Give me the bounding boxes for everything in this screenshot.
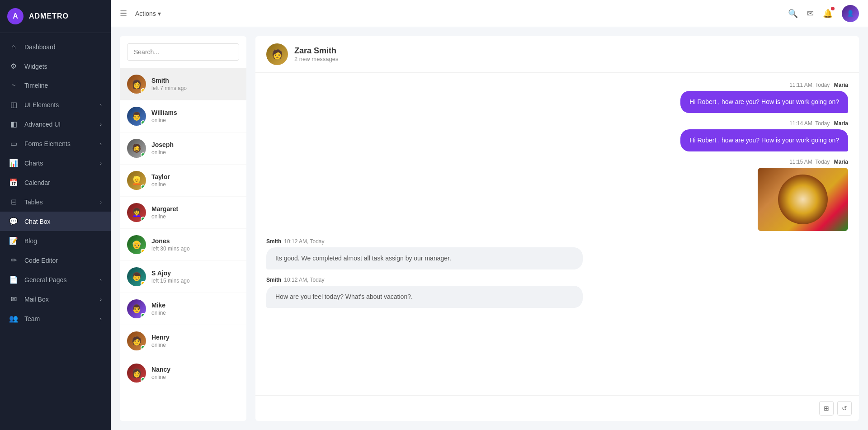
contact-item-henry[interactable]: 🧑 Henry online [120,325,246,357]
topbar-right: 🔍 ✉ 🔔 👤 [788,5,859,22]
actions-button[interactable]: Actions ▾ [135,10,161,17]
contact-name-margaret: Margaret [151,205,239,213]
msg-bubble-m5: How are you feel today? What's about vac… [266,286,583,308]
message-m1: 11:11 AM, Today Maria Hi Robert , how ar… [266,82,848,113]
nav-label-chat-box: Chat Box [24,218,51,225]
mail-icon[interactable]: ✉ [807,9,814,19]
contact-name-henry: Henry [151,334,239,341]
pizza-image [758,168,848,231]
contact-avatar-mike: 👨 [127,299,146,318]
contact-info-margaret: Margaret online [151,205,239,220]
sidebar-item-ui-elements[interactable]: ◫ UI Elements › [0,95,111,114]
contact-avatar-smith: 👩 [127,75,146,94]
contact-name-joseph: Joseph [151,141,239,148]
nav-label-code-editor: Code Editor [24,257,58,264]
nav-icon-calendar: 📅 [9,178,18,187]
notification-icon[interactable]: 🔔 [823,9,833,19]
nav-icon-chat-box: 💬 [9,217,18,226]
sidebar: A ADMETRO ⌂ Dashboard ⚙ Widgets ~ Timeli… [0,0,111,430]
sidebar-item-tables[interactable]: ⊟ Tables › [0,192,111,212]
chat-footer: ⊞ ↺ [255,395,859,421]
nav-label-tables: Tables [24,198,42,206]
refresh-icon[interactable]: ↺ [837,401,852,416]
contact-item-taylor[interactable]: 👱 Taylor online [120,165,246,197]
chevron-icon-forms-elements: › [100,141,102,146]
nav-icon-advanced-ui: ◧ [9,120,18,128]
user-avatar[interactable]: 👤 [842,5,859,22]
sidebar-item-blog[interactable]: 📝 Blog [0,231,111,250]
contact-info-nancy: Nancy online [151,366,239,380]
sidebar-logo[interactable]: A ADMETRO [0,0,111,33]
nav-icon-tables: ⊟ [9,198,18,206]
sidebar-item-calendar[interactable]: 📅 Calendar [0,173,111,192]
status-dot-mike [141,313,146,318]
sidebar-item-code-editor[interactable]: ✏ Code Editor [0,250,111,270]
nav-label-team: Team [24,315,40,322]
nav-icon-team: 👥 [9,314,18,323]
contact-avatar-s-ajoy: 👦 [127,267,146,286]
chat-contact-name: Zara Smith [294,46,339,56]
sidebar-item-widgets[interactable]: ⚙ Widgets [0,57,111,76]
nav-icon-timeline: ~ [9,81,18,90]
status-dot-margaret [141,217,146,222]
sidebar-item-general-pages[interactable]: 📄 General Pages › [0,270,111,289]
nav-label-widgets: Widgets [24,63,47,70]
contact-avatar-williams: 👨 [127,107,146,126]
message-m3: 11:15 AM, Today Maria [266,159,848,231]
sidebar-item-team[interactable]: 👥 Team › [0,309,111,328]
contact-info-williams: Williams online [151,109,239,123]
contact-item-joseph[interactable]: 🧔 Joseph online [120,132,246,165]
contact-item-nancy[interactable]: 👩 Nancy online [120,357,246,389]
contact-info-joseph: Joseph online [151,141,239,156]
contact-item-margaret[interactable]: 👩‍🦱 Margaret online [120,197,246,229]
contact-item-smith[interactable]: 👩 Smith left 7 mins ago [120,68,246,100]
nav-icon-mail-box: ✉ [9,295,18,303]
nav-label-calendar: Calendar [24,179,50,186]
notification-badge [831,7,835,10]
nav-label-charts: Charts [24,160,43,167]
avatar-image: 👤 [842,5,859,22]
message-m5: Smith10:12 AM, Today How are you feel to… [266,277,848,308]
main-content: ☰ Actions ▾ 🔍 ✉ 🔔 👤 [111,0,868,430]
contact-status-joseph: online [151,149,239,156]
actions-label: Actions [135,10,156,17]
sidebar-item-advanced-ui[interactable]: ◧ Advanced UI › [0,114,111,134]
contact-item-mike[interactable]: 👨 Mike online [120,293,246,325]
contact-avatar-henry: 🧑 [127,331,146,350]
contact-status-henry: online [151,342,239,348]
sidebar-item-forms-elements[interactable]: ▭ Forms Elements › [0,134,111,153]
search-input[interactable] [127,43,239,61]
grid-icon[interactable]: ⊞ [819,401,834,416]
msg-meta-m3: 11:15 AM, Today Maria [789,159,848,165]
contact-status-mike: online [151,310,239,316]
contact-item-williams[interactable]: 👨 Williams online [120,100,246,132]
contact-avatar-nancy: 👩 [127,364,146,383]
chat-header-avatar: 🧑 [266,43,288,65]
sidebar-item-charts[interactable]: 📊 Charts › [0,153,111,173]
msg-bubble-m2: Hi Robert , how are you? How is your wor… [680,129,848,151]
nav-label-forms-elements: Forms Elements [24,140,71,147]
contact-info-taylor: Taylor online [151,173,239,188]
status-dot-taylor [141,184,146,189]
message-m4: Smith10:12 AM, Today Its good. We comple… [266,238,848,269]
contact-item-jones[interactable]: 👴 Jones left 30 mins ago [120,229,246,261]
contact-item-s-ajoy[interactable]: 👦 S Ajoy left 15 mins ago [120,261,246,293]
hamburger-icon[interactable]: ☰ [120,9,127,19]
search-box [120,36,246,68]
contact-info-smith: Smith left 7 mins ago [151,77,239,91]
nav-icon-code-editor: ✏ [9,256,18,265]
contact-avatar-joseph: 🧔 [127,139,146,158]
contact-status-s-ajoy: left 15 mins ago [151,278,239,284]
sidebar-item-dashboard[interactable]: ⌂ Dashboard [0,38,111,57]
status-dot-joseph [141,152,146,157]
chat-messages: 11:11 AM, Today Maria Hi Robert , how ar… [255,73,859,395]
nav-label-ui-elements: UI Elements [24,101,59,109]
contact-avatar-margaret: 👩‍🦱 [127,203,146,222]
nav-label-timeline: Timeline [24,82,48,89]
search-icon[interactable]: 🔍 [788,9,798,19]
status-dot-williams [141,120,146,125]
contact-info-henry: Henry online [151,334,239,348]
sidebar-item-chat-box[interactable]: 💬 Chat Box [0,212,111,231]
sidebar-item-timeline[interactable]: ~ Timeline [0,76,111,95]
sidebar-item-mail-box[interactable]: ✉ Mail Box › [0,289,111,309]
